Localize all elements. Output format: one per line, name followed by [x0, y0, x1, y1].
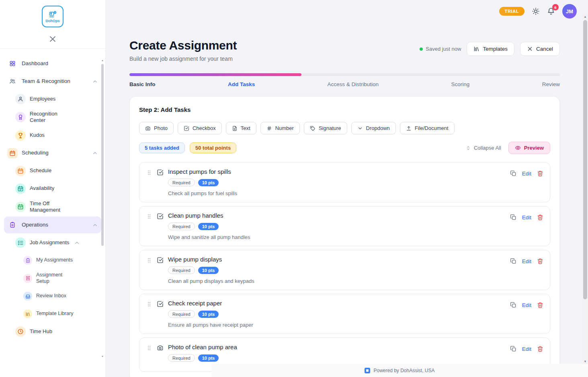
- required-badge: Required: [168, 310, 195, 318]
- user-avatar[interactable]: JM: [562, 4, 577, 19]
- page-scrollbar[interactable]: ▲ ▼: [582, 14, 588, 364]
- sidebar-item-operations[interactable]: Operations: [4, 216, 101, 233]
- sidebar-item-kudos[interactable]: Kudos: [4, 127, 101, 144]
- sidebar-item-time-off-management[interactable]: Time Off Management: [4, 198, 101, 216]
- sidebar-collapse-button[interactable]: [48, 35, 57, 43]
- duplicate-task-button[interactable]: [510, 258, 516, 264]
- preview-button[interactable]: Preview: [508, 142, 550, 154]
- sidebar-scroll-down-arrow[interactable]: ▼: [101, 355, 104, 358]
- sidebar-item-my-assignments[interactable]: My Assignments: [4, 252, 101, 269]
- task-title: Clean pump handles: [168, 212, 506, 219]
- page-scroll-down-arrow[interactable]: ▼: [582, 359, 588, 364]
- duplicate-task-button[interactable]: [510, 302, 516, 308]
- page-scroll-up-arrow[interactable]: ▲: [582, 14, 588, 19]
- task-title: Check receipt paper: [168, 300, 506, 307]
- task-type-button-signature[interactable]: Signature: [304, 122, 347, 134]
- check-square-icon: [157, 169, 164, 176]
- task-type-button-file-document[interactable]: File/Document: [400, 122, 455, 134]
- duplicate-task-button[interactable]: [510, 346, 516, 352]
- sidebar-item-label: Job Assignments: [30, 239, 70, 246]
- notifications-button[interactable]: 6: [547, 7, 555, 15]
- step-tab-review[interactable]: Review: [542, 81, 560, 87]
- step-tab-scoring[interactable]: Scoring: [451, 81, 470, 87]
- topbar: TRIAL 6 JM: [499, 4, 577, 19]
- task-card: Wipe pump displays Required 10 pts Clean…: [139, 250, 550, 290]
- step-tab-access-distribution[interactable]: Access & Distribution: [328, 81, 379, 87]
- task-type-button-text[interactable]: Text: [226, 122, 256, 134]
- sidebar-item-time-hub[interactable]: Time Hub: [4, 323, 101, 340]
- page-header: Create Assignment Build a new job assign…: [129, 39, 560, 62]
- sidebar-header: DohOps: [0, 0, 105, 49]
- edit-task-button[interactable]: Edit: [522, 258, 531, 264]
- delete-task-button[interactable]: [537, 346, 543, 352]
- required-badge: Required: [168, 222, 195, 230]
- drag-handle-icon[interactable]: [146, 213, 152, 220]
- edit-task-button[interactable]: Edit: [522, 171, 531, 177]
- sidebar-item-team-recognition[interactable]: Team & Recognition: [4, 73, 101, 90]
- drag-handle-icon[interactable]: [146, 169, 152, 176]
- sidebar-scrollbar[interactable]: ▲ ▼: [101, 59, 104, 358]
- theme-toggle-button[interactable]: [532, 7, 540, 15]
- required-badge: Required: [168, 266, 195, 274]
- sidebar-item-employees[interactable]: Employees: [4, 91, 101, 107]
- edit-task-button[interactable]: Edit: [522, 214, 531, 220]
- sidebar-item-recognition-center[interactable]: Recognition Center: [4, 108, 101, 126]
- sidebar-item-label: Employees: [30, 96, 70, 102]
- tasks-added-badge: 5 tasks added: [139, 142, 185, 153]
- sidebar-item-assignment-setup[interactable]: Assignment Setup: [4, 270, 101, 287]
- collapse-all-button[interactable]: Collapse All: [465, 145, 501, 151]
- edit-task-button[interactable]: Edit: [522, 346, 531, 352]
- templates-icon: [473, 46, 479, 52]
- task-description: Ensure all pumps have receipt paper: [168, 322, 506, 328]
- duplicate-task-button[interactable]: [510, 214, 516, 220]
- task-title: Photo of clean pump area: [168, 344, 506, 350]
- sidebar-item-review-inbox[interactable]: Review Inbox: [4, 288, 101, 305]
- chevron-up-icon: [92, 222, 98, 228]
- sidebar-scrollbar-thumb[interactable]: [101, 64, 104, 246]
- delete-task-button[interactable]: [537, 302, 543, 308]
- sidebar-item-label: Team & Recognition: [22, 78, 88, 85]
- delete-task-button[interactable]: [537, 258, 543, 264]
- step-tab-basic-info[interactable]: Basic Info: [129, 81, 156, 87]
- page-scrollbar-thumb[interactable]: [583, 20, 587, 299]
- sidebar-item-label: Template Library: [36, 311, 75, 317]
- task-type-button-number[interactable]: Number: [260, 122, 300, 134]
- upload-icon: [406, 126, 412, 131]
- step-tabs: Basic Info Add Tasks Access & Distributi…: [129, 81, 560, 87]
- sidebar-item-dashboard[interactable]: Dashboard: [4, 55, 101, 72]
- clipboard-icon: [7, 220, 18, 230]
- dohassist-logo-icon: [365, 368, 370, 373]
- file-text-icon: [232, 126, 238, 131]
- grid-icon: [7, 58, 18, 69]
- drag-handle-icon[interactable]: [146, 257, 152, 264]
- sidebar-item-template-library[interactable]: Template Library: [4, 305, 101, 322]
- sidebar-item-availability[interactable]: Availability: [4, 180, 101, 197]
- points-badge: 10 pts: [198, 223, 219, 230]
- edit-task-button[interactable]: Edit: [522, 302, 531, 308]
- progress-bar: [129, 73, 560, 76]
- logo-text: DohOps: [46, 19, 60, 23]
- cancel-button[interactable]: Cancel: [520, 42, 560, 56]
- sidebar-item-label: My Assignments: [36, 257, 75, 264]
- sidebar-item-scheduling[interactable]: Scheduling: [4, 145, 101, 162]
- delete-task-button[interactable]: [537, 170, 543, 177]
- task-type-button-checkbox[interactable]: Checkbox: [178, 122, 222, 134]
- drag-handle-icon[interactable]: [146, 301, 152, 307]
- templates-button[interactable]: Templates: [467, 42, 514, 56]
- task-description: Wipe and sanitize all pump handles: [168, 234, 506, 240]
- sidebar-item-job-assignments[interactable]: Job Assignments: [4, 234, 101, 251]
- task-type-button-dropdown[interactable]: Dropdown: [351, 122, 396, 134]
- sidebar-scroll-up-arrow[interactable]: ▲: [101, 59, 104, 62]
- content: Create Assignment Build a new job assign…: [106, 0, 588, 377]
- delete-task-button[interactable]: [537, 214, 543, 220]
- step-tab-add-tasks[interactable]: Add Tasks: [228, 81, 255, 87]
- task-meta-row: 5 tasks added 50 total points Collapse A…: [139, 142, 550, 154]
- duplicate-task-button[interactable]: [510, 170, 516, 177]
- task-type-button-photo[interactable]: Photo: [139, 122, 174, 134]
- drag-handle-icon[interactable]: [146, 345, 152, 351]
- sidebar-item-schedule[interactable]: Schedule: [4, 163, 101, 179]
- task-type-row: Photo Checkbox Text Number: [139, 122, 550, 134]
- progress-fill: [129, 73, 301, 76]
- sidebar-item-label: Assignment Setup: [36, 272, 75, 284]
- sidebar-item-label: Kudos: [30, 132, 70, 138]
